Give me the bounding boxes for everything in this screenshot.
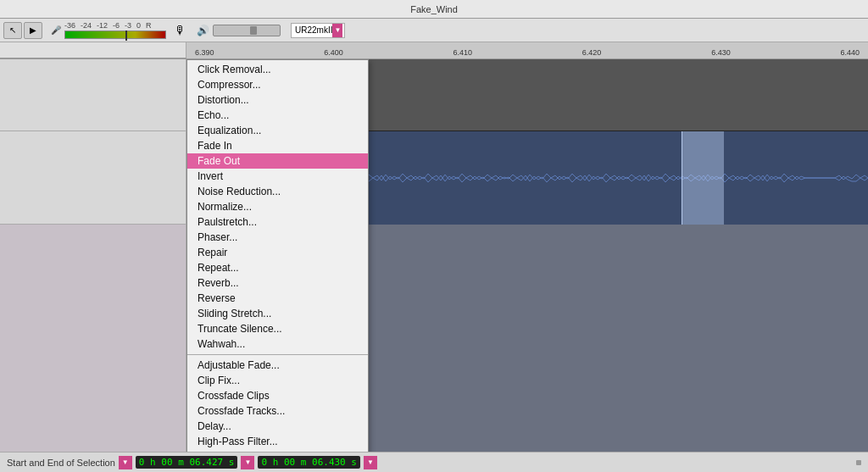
- track-header-2: [0, 131, 186, 225]
- menu-item-clip-fix[interactable]: Clip Fix...: [187, 373, 368, 388]
- track-header-1: [0, 59, 186, 131]
- play-btn[interactable]: ▶: [24, 22, 42, 39]
- menu-item-high-pass-filter[interactable]: High-Pass Filter...: [187, 434, 368, 449]
- end-time-box: 0 h 00 m 06.430 s: [258, 456, 360, 469]
- start-arrow-icon: ▼: [244, 458, 251, 466]
- window-title: Fake_Wind: [410, 4, 458, 14]
- track-headers: [0, 59, 186, 452]
- menu-item-echo[interactable]: Echo...: [187, 108, 368, 123]
- menu-item-phaser[interactable]: Phaser...: [187, 230, 368, 245]
- transport-controls: ↖ ▶: [3, 22, 42, 39]
- menu-item-paulstretch[interactable]: Paulstretch...: [187, 214, 368, 230]
- meter-neg36: -36: [64, 21, 75, 30]
- select-tool-btn[interactable]: ↖: [3, 22, 22, 39]
- start-time-dropdown[interactable]: ▼: [241, 456, 254, 469]
- selection-type-dropdown[interactable]: ▼: [119, 456, 132, 469]
- menu-separator: [187, 354, 368, 355]
- start-time-box: 0 h 00 m 06.427 s: [136, 456, 238, 469]
- end-arrow-icon: ▼: [367, 458, 374, 466]
- volume-slider[interactable]: [213, 25, 281, 36]
- ruler-6430: 6.430: [711, 48, 731, 57]
- ruler-6400: 6.400: [324, 48, 343, 57]
- menu-item-equalization[interactable]: Equalization...: [187, 123, 368, 138]
- speaker-icon: 🔊: [197, 25, 209, 36]
- record-meter-icon: 🎤: [51, 25, 61, 35]
- scroll-indicator: [856, 460, 861, 465]
- menu-item-distortion[interactable]: Distortion...: [187, 92, 368, 108]
- device-dropdown[interactable]: UR22mkII ▼: [291, 23, 345, 38]
- menu-item-limiter[interactable]: Limiter...: [187, 449, 368, 452]
- device-name: UR22mkII: [295, 25, 332, 35]
- menu-item-crossfade-tracks[interactable]: Crossfade Tracks...: [187, 403, 368, 419]
- menu-item-fade-out[interactable]: Fade Out: [187, 153, 368, 169]
- track-header-3: [0, 225, 186, 452]
- selection-info: Start and End of Selection ▼ 0 h 00 m 06…: [7, 456, 377, 469]
- device-arrow-icon: ▼: [334, 26, 341, 34]
- menu-item-wahwah[interactable]: Wahwah...: [187, 336, 368, 352]
- menu-item-reverse[interactable]: Reverse: [187, 291, 368, 306]
- meter-r: R: [146, 21, 152, 30]
- main-content: Click Removal...Compressor...Distortion.…: [0, 59, 868, 452]
- selection-region: [682, 131, 724, 225]
- menu-item-sliding-stretch[interactable]: Sliding Stretch...: [187, 306, 368, 321]
- device-dropdown-arrow[interactable]: ▼: [332, 24, 342, 37]
- menu-item-compressor[interactable]: Compressor...: [187, 77, 368, 92]
- meter-neg6: -6: [113, 21, 120, 30]
- meter-neg24: -24: [81, 21, 92, 30]
- menu-item-repeat[interactable]: Repeat...: [187, 260, 368, 275]
- menu-item-delay[interactable]: Delay...: [187, 419, 368, 434]
- meter-neg3: -3: [125, 21, 131, 30]
- menu-item-noise-reduction[interactable]: Noise Reduction...: [187, 184, 368, 199]
- menu-item-click-removal[interactable]: Click Removal...: [187, 62, 368, 77]
- selection-label: Start and End of Selection: [7, 458, 115, 468]
- ruler-6410: 6.410: [453, 48, 473, 57]
- meter-0: 0: [136, 21, 141, 30]
- menu-item-fade-in[interactable]: Fade In: [187, 138, 368, 153]
- second-toolbar: ↖ ▶ 🎤 -36 -24 -12 -6 -3 0 R 🎙 🔊: [0, 19, 868, 42]
- menu-item-repair[interactable]: Repair: [187, 245, 368, 260]
- menu-item-invert[interactable]: Invert: [187, 169, 368, 184]
- effects-dropdown-menu: Click Removal...Compressor...Distortion.…: [186, 59, 369, 452]
- menu-item-crossfade-clips[interactable]: Crossfade Clips: [187, 388, 368, 403]
- status-bar: Start and End of Selection ▼ 0 h 00 m 06…: [0, 452, 868, 472]
- device-selector: UR22mkII ▼: [291, 23, 345, 38]
- mic-button[interactable]: 🎙: [175, 24, 186, 37]
- menu-item-truncate-silence[interactable]: Truncate Silence...: [187, 321, 368, 336]
- menu-item-normalize[interactable]: Normalize...: [187, 199, 368, 214]
- timeline-ruler: 6.390 6.400 6.410 6.420 6.430 6.440: [186, 42, 868, 59]
- menu-item-adjustable-fade[interactable]: Adjustable Fade...: [187, 358, 368, 373]
- top-toolbar: Fake_Wind: [0, 0, 868, 19]
- selection-arrow-icon: ▼: [122, 458, 129, 466]
- input-level-meter: [64, 31, 166, 39]
- track-content: Click Removal...Compressor...Distortion.…: [186, 59, 868, 452]
- ruler-6420: 6.420: [582, 48, 602, 57]
- meter-neg12: -12: [97, 21, 108, 30]
- ruler-6440: 6.440: [840, 48, 860, 57]
- ruler-6390: 6.390: [195, 48, 214, 57]
- end-time-dropdown[interactable]: ▼: [364, 456, 377, 469]
- menu-item-reverb[interactable]: Reverb...: [187, 275, 368, 291]
